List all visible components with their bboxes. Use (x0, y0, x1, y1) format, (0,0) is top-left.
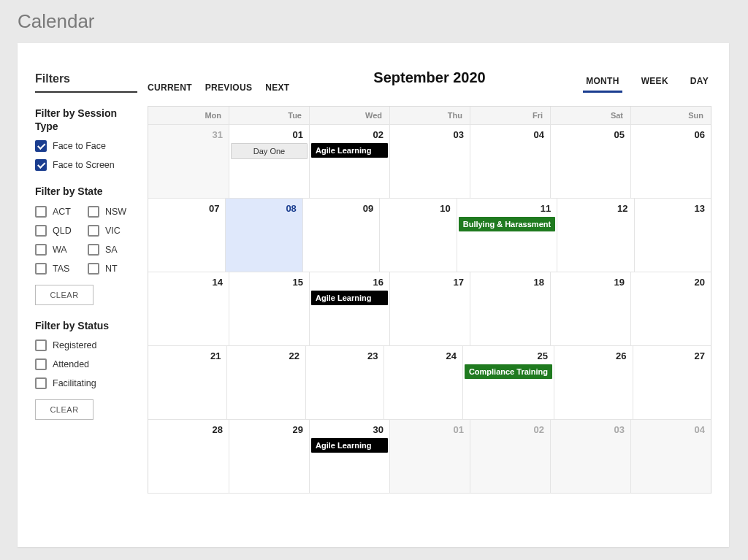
day-cell[interactable]: 05 (550, 125, 630, 198)
calendar-event[interactable]: Bullying & Harassment (459, 217, 555, 231)
calendar-event[interactable]: Compliance Training (465, 364, 552, 379)
checkbox-icon[interactable] (88, 225, 99, 237)
tab-day[interactable]: DAY (687, 76, 711, 93)
day-cell[interactable]: 22 (226, 346, 305, 419)
day-number: 28 (151, 424, 223, 435)
day-cell[interactable]: 03 (550, 420, 630, 493)
day-cell[interactable]: 25Compliance Training (462, 346, 554, 419)
calendar-title: September 2020 (373, 69, 485, 86)
day-cell[interactable]: 14 (148, 272, 229, 345)
checkbox-icon[interactable] (88, 244, 99, 256)
day-number: 02 (473, 424, 544, 435)
clear-status-button[interactable]: CLEAR (35, 399, 94, 420)
day-cell[interactable]: 24 (383, 346, 462, 419)
checkbox-icon[interactable] (88, 263, 99, 275)
checkbox-icon[interactable] (35, 263, 47, 275)
day-cell[interactable]: 04 (630, 420, 711, 493)
checkbox-icon[interactable] (35, 140, 47, 152)
day-cell[interactable]: 15 (229, 272, 309, 345)
checkbox-icon[interactable] (35, 206, 47, 218)
day-number: 27 (636, 350, 705, 361)
checkbox-session-type[interactable]: Face to Screen (35, 159, 137, 171)
checkbox-icon[interactable] (35, 377, 47, 389)
checkbox-label: NSW (105, 207, 126, 217)
day-cell[interactable]: 27 (633, 346, 711, 419)
checkbox-icon[interactable] (35, 340, 47, 351)
day-number: 30 (313, 424, 383, 435)
filter-title-status: Filter by Status (35, 320, 137, 333)
day-cell[interactable]: 04 (470, 125, 550, 198)
checkbox-state[interactable]: NSW (88, 206, 137, 218)
clear-state-button[interactable]: CLEAR (35, 285, 94, 305)
day-cell[interactable]: 16Agile Learning (309, 272, 389, 345)
day-cell[interactable]: 11Bullying & Harassment (457, 199, 557, 272)
day-number: 09 (306, 203, 373, 214)
day-cell[interactable]: 02 (470, 420, 550, 493)
day-cell[interactable]: 21 (148, 346, 226, 419)
day-number: 10 (383, 203, 450, 214)
day-cell[interactable]: 02Agile Learning (309, 125, 389, 198)
calendar-event[interactable]: Agile Learning (311, 438, 388, 453)
day-cell[interactable]: 01Day One (229, 125, 309, 198)
nav-next-button[interactable]: NEXT (265, 83, 289, 93)
checkbox-session-type[interactable]: Face to Face (35, 140, 137, 152)
day-cell[interactable]: 01 (389, 420, 470, 493)
nav-previous-button[interactable]: PREVIOUS (205, 83, 252, 93)
day-cell[interactable]: 06 (630, 125, 711, 198)
tab-week[interactable]: WEEK (638, 76, 671, 93)
checkbox-state[interactable]: NT (88, 263, 137, 275)
filters-heading: Filters (35, 72, 137, 93)
day-cell[interactable]: 13 (634, 199, 711, 272)
calendar-event[interactable]: Agile Learning (311, 291, 388, 305)
day-cell[interactable]: 10 (379, 199, 456, 272)
checkbox-state[interactable]: ACT (35, 206, 85, 218)
calendar-grid: MonTueWedThuFriSatSun 3101Day One02Agile… (148, 106, 711, 494)
day-number: 26 (557, 350, 626, 361)
day-cell[interactable]: 26 (554, 346, 632, 419)
filter-group-state: Filter by State ACTNSWQLDVICWASATASNT CL… (35, 185, 137, 305)
calendar-week-row: 2122232425Compliance Training2627 (148, 346, 711, 420)
day-cell[interactable]: 29 (229, 420, 309, 493)
day-cell[interactable]: 31 (148, 125, 229, 198)
checkbox-icon[interactable] (35, 244, 47, 256)
day-cell[interactable]: 19 (550, 272, 630, 345)
checkbox-status[interactable]: Attended (35, 358, 137, 370)
checkbox-status[interactable]: Facilitating (35, 377, 137, 389)
checkbox-label: Face to Face (53, 141, 106, 151)
calendar-week-row: 141516Agile Learning17181920 (148, 272, 711, 346)
checkbox-label: Registered (53, 340, 96, 350)
checkbox-state[interactable]: WA (35, 244, 85, 256)
checkbox-status[interactable]: Registered (35, 340, 137, 351)
checkbox-icon[interactable] (35, 358, 47, 370)
weekday-header: Thu (389, 107, 470, 125)
day-cell[interactable]: 12 (557, 199, 633, 272)
checkbox-label: VIC (105, 226, 121, 236)
day-cell[interactable]: 07 (148, 199, 225, 272)
day-cell[interactable]: 09 (302, 199, 379, 272)
tab-month[interactable]: MONTH (583, 76, 622, 93)
checkbox-label: WA (53, 245, 67, 255)
checkbox-icon[interactable] (35, 225, 47, 237)
checkbox-icon[interactable] (88, 206, 99, 218)
day-cell[interactable]: 28 (148, 420, 229, 493)
calendar-event[interactable]: Agile Learning (311, 143, 388, 158)
day-cell[interactable]: 08 (225, 199, 302, 272)
day-cell[interactable]: 20 (630, 272, 711, 345)
day-number: 05 (554, 129, 625, 140)
checkbox-state[interactable]: TAS (35, 263, 85, 275)
day-cell[interactable]: 18 (470, 272, 550, 345)
checkbox-state[interactable]: QLD (35, 225, 85, 237)
day-cell[interactable]: 03 (389, 125, 470, 198)
day-cell[interactable]: 23 (305, 346, 383, 419)
weekday-header: Sun (630, 107, 711, 125)
day-number: 23 (309, 350, 378, 361)
day-cell[interactable]: 17 (389, 272, 470, 345)
day-cell[interactable]: 30Agile Learning (309, 420, 389, 493)
checkbox-label: ACT (53, 207, 71, 217)
nav-current-button[interactable]: CURRENT (148, 83, 192, 93)
checkbox-state[interactable]: VIC (88, 225, 137, 237)
calendar-event[interactable]: Day One (231, 143, 308, 159)
checkbox-label: QLD (53, 226, 72, 236)
checkbox-icon[interactable] (35, 159, 47, 171)
checkbox-state[interactable]: SA (88, 244, 137, 256)
